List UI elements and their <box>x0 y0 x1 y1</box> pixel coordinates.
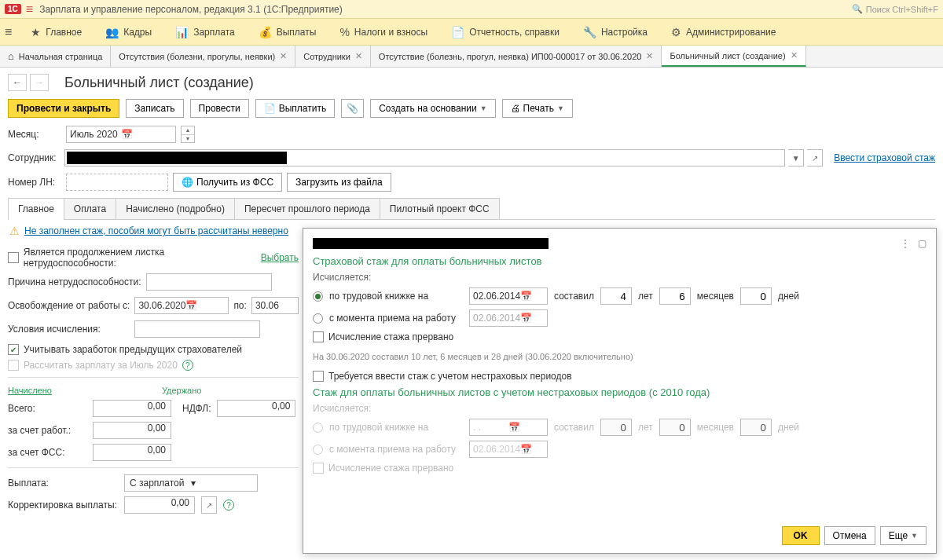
employer-value[interactable]: 0,00 <box>93 422 171 439</box>
interrupted2-label: Исчисление стажа прервано <box>328 463 453 474</box>
info-text: На 30.06.2020 составил 10 лет, 6 месяцев… <box>313 352 926 361</box>
inner-tab-recalc[interactable]: Пересчет прошлого периода <box>234 198 380 219</box>
warning-link[interactable]: Не заполнен стаж, пособия могут быть рас… <box>24 225 288 236</box>
menu-admin[interactable]: ⚙Администрирование <box>666 23 780 42</box>
help-icon[interactable]: ? <box>182 360 193 371</box>
star-icon: ★ <box>31 26 41 38</box>
menu-payments[interactable]: 💰Выплаты <box>254 23 321 42</box>
radio-hire[interactable] <box>313 313 323 324</box>
recalc-checkbox <box>8 360 19 371</box>
years-input[interactable] <box>600 287 632 305</box>
insurance-link[interactable]: Ввести страховой стаж <box>834 152 935 163</box>
chevron-down-icon: ▼ <box>480 104 487 112</box>
menu-salary[interactable]: 📊Зарплата <box>171 23 240 42</box>
attach-button[interactable]: 📎 <box>341 99 364 118</box>
accrued-link[interactable]: Начислено <box>8 386 52 395</box>
menu-kadry[interactable]: 👥Кадры <box>101 23 156 42</box>
nav-forward[interactable]: → <box>30 74 49 91</box>
radio-workbook[interactable] <box>313 291 323 302</box>
hire-date[interactable]: 02.06.2014📅 <box>469 309 548 327</box>
months-input[interactable] <box>659 287 691 305</box>
month-input[interactable]: Июль 2020📅 <box>66 126 176 143</box>
workbook-date[interactable]: 02.06.2014📅 <box>469 287 548 305</box>
ndfl-value[interactable]: 0,00 <box>217 400 295 417</box>
calendar-icon[interactable]: 📅 <box>520 291 544 302</box>
maximize-icon[interactable]: ▢ <box>918 238 926 249</box>
payment-select[interactable]: С зарплатой▾ <box>124 474 258 492</box>
fss-value[interactable]: 0,00 <box>93 444 171 461</box>
inner-tab-payment[interactable]: Оплата <box>64 198 116 219</box>
tab-absence-doc[interactable]: Отсутствие (болезнь, прогул, неявка) ИП0… <box>371 46 662 67</box>
get-fss-button[interactable]: 🌐 Получить из ФСС <box>173 173 282 192</box>
days-input[interactable] <box>740 287 772 305</box>
menu-settings[interactable]: 🔧Настройка <box>578 23 652 42</box>
close-icon[interactable]: ✕ <box>791 50 798 60</box>
nav-back[interactable]: ← <box>8 74 27 91</box>
reason-input[interactable] <box>146 273 272 291</box>
more-button[interactable]: Еще ▼ <box>880 526 926 545</box>
noninsurance-checkbox[interactable] <box>313 371 324 382</box>
wrench-icon: 🔧 <box>583 26 596 38</box>
interrupted-checkbox[interactable] <box>313 331 324 342</box>
cancel-button[interactable]: Отмена <box>824 526 875 545</box>
app-title: Зарплата и управление персоналом, редакц… <box>39 4 852 15</box>
withheld-label: Удержано <box>162 386 201 395</box>
correction-value[interactable]: 0,00 <box>124 496 195 514</box>
close-icon[interactable]: ✕ <box>280 51 287 61</box>
noninsurance-label: Требуется ввести стаж с учетом нестрахов… <box>328 371 572 382</box>
more-icon[interactable]: ⋮ <box>901 238 910 249</box>
create-based-button[interactable]: Создать на основании ▼ <box>370 99 495 118</box>
continuation-label: Является продолжением листка нетрудоспос… <box>24 247 256 269</box>
calendar-icon[interactable]: 📅 <box>185 300 225 311</box>
globe-icon: 🌐 <box>182 177 193 188</box>
conditions-input[interactable] <box>134 320 260 338</box>
inner-tab-pilot[interactable]: Пилотный проект ФСС <box>380 198 500 219</box>
menu-reports[interactable]: 📄Отчетность, справки <box>446 23 564 42</box>
inner-tab-main[interactable]: Главное <box>8 198 64 219</box>
total-value[interactable]: 0,00 <box>93 400 171 417</box>
prev-employers-checkbox[interactable] <box>8 344 19 355</box>
menu-main[interactable]: ★Главное <box>26 23 86 42</box>
ok-button[interactable]: OK <box>782 526 820 545</box>
paperclip-icon: 📎 <box>347 103 358 114</box>
menu-icon[interactable]: ≡ <box>26 2 33 16</box>
prev-employers-label: Учитывать заработок предыдущих страховат… <box>24 344 242 355</box>
tab-employees[interactable]: Сотрудники✕ <box>295 46 371 67</box>
close-icon[interactable]: ✕ <box>646 51 653 61</box>
radio-hire2 <box>313 445 323 455</box>
payment-label: Выплата: <box>8 478 118 489</box>
tab-sickleave[interactable]: Больничный лист (создание)✕ <box>662 46 805 67</box>
ln-input[interactable] <box>66 174 168 191</box>
continuation-checkbox[interactable] <box>8 252 19 263</box>
page-title: Больничный лист (создание) <box>64 75 254 91</box>
employee-input[interactable] <box>64 149 785 167</box>
post-button[interactable]: Провести <box>190 99 249 118</box>
help-icon[interactable]: ? <box>223 500 234 511</box>
close-icon[interactable]: ✕ <box>355 51 362 61</box>
logo-1c: 1C <box>5 4 21 14</box>
sostavil-label: составил <box>554 291 594 302</box>
correction-label: Корректировка выплаты: <box>8 500 118 511</box>
tab-absences[interactable]: Отсутствия (болезни, прогулы, неявки)✕ <box>111 46 295 67</box>
load-file-button[interactable]: Загрузить из файла <box>287 173 391 192</box>
date-to-input[interactable]: 30.06 <box>251 297 299 314</box>
search-box[interactable]: 🔍 Поиск Ctrl+Shift+F <box>852 4 938 14</box>
print-button[interactable]: 🖨 Печать ▼ <box>502 99 573 118</box>
menu-taxes[interactable]: %Налоги и взносы <box>335 23 432 42</box>
employee-open[interactable]: ↗ <box>807 149 823 167</box>
inner-tab-accrued[interactable]: Начислено (подробно) <box>116 198 235 219</box>
chevron-down-icon: ▼ <box>557 104 564 112</box>
correction-open[interactable]: ↗ <box>201 496 217 514</box>
employee-dropdown[interactable]: ▼ <box>788 149 804 167</box>
pay-button[interactable]: 📄Выплатить <box>255 99 336 118</box>
radio-hire2-label: с момента приема на работу <box>329 444 463 455</box>
write-button[interactable]: Записать <box>126 99 183 118</box>
month-spinner[interactable]: ▲▼ <box>181 126 195 143</box>
calendar-icon[interactable]: 📅 <box>121 129 172 140</box>
date-from-input[interactable]: 30.06.2020📅 <box>134 297 229 314</box>
sections-icon[interactable]: ≡ <box>5 25 12 39</box>
tab-home[interactable]: ⌂Начальная страница <box>0 46 111 67</box>
calendar-icon[interactable]: 📅 <box>520 313 544 324</box>
post-and-close-button[interactable]: Провести и закрыть <box>8 99 119 118</box>
choose-link[interactable]: Выбрать <box>261 252 299 263</box>
